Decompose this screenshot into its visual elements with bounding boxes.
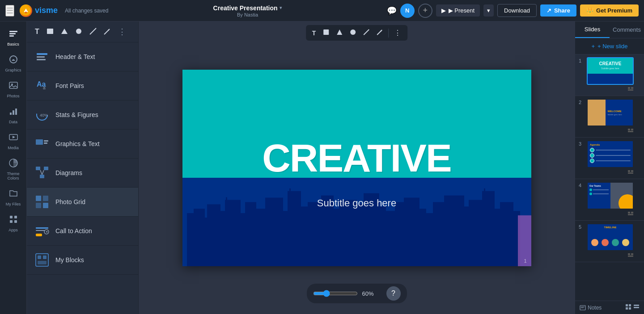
share-button[interactable]: ↗ Share xyxy=(540,4,576,17)
present-dropdown-button[interactable]: ▾ xyxy=(483,4,494,17)
slide-thumb-2[interactable]: 2 WELCOME Subtitle goes here xyxy=(575,96,644,138)
svg-marker-53 xyxy=(337,29,342,35)
slide-thumb-1[interactable]: 1 CREATIVE Subtitle goes here xyxy=(575,54,644,96)
slide-preview-2: WELCOME Subtitle goes here xyxy=(587,99,634,126)
call-to-action-label: Call to Action xyxy=(55,227,92,234)
slide-preview-5: TIMELINE xyxy=(587,223,634,251)
text-tool-button[interactable]: T xyxy=(32,26,42,38)
view-buttons xyxy=(625,304,640,311)
triangle-tool-button[interactable] xyxy=(58,26,71,38)
svg-rect-96 xyxy=(484,188,485,192)
slide-preview-3: Agenda xyxy=(587,140,634,168)
svg-rect-44 xyxy=(36,230,45,231)
more-tools-button[interactable]: ⋮ xyxy=(115,25,129,38)
canvas-circle-button[interactable] xyxy=(347,27,359,38)
slide-subtitle[interactable]: Subtitle goes here xyxy=(317,197,396,209)
panel-item-stats-figures[interactable]: 40% Stats & Figures xyxy=(27,100,138,130)
panel-item-graphics-text[interactable]: Graphics & Text xyxy=(27,130,138,159)
slide-action-3[interactable] xyxy=(587,169,634,176)
sidebar-item-basics[interactable]: Basics xyxy=(1,25,25,50)
sidebar-icons: Basics Graphics Photos Data Media xyxy=(0,21,27,314)
new-slide-label: + New slide xyxy=(597,43,628,50)
slide-canvas[interactable]: CREATIVE Subtitle goes here 1 xyxy=(182,70,531,266)
panel-item-diagrams[interactable]: Diagrams xyxy=(27,159,138,188)
zoom-bar: 60% ? xyxy=(307,284,407,303)
slide-thumb-3[interactable]: 3 Agenda xyxy=(575,138,644,179)
svg-rect-31 xyxy=(36,139,43,145)
canvas-text-button[interactable]: T xyxy=(309,28,319,38)
my-files-icon xyxy=(8,188,18,201)
panel-item-font-pairs[interactable]: Aa a Font Pairs xyxy=(27,71,138,100)
panel-item-call-to-action[interactable]: Call to Action xyxy=(27,217,138,246)
svg-rect-104 xyxy=(631,170,633,172)
panel-item-my-blocks[interactable]: My Blocks xyxy=(27,246,138,275)
get-premium-button[interactable]: 👑 Get Premium xyxy=(580,4,639,17)
slide-action-2[interactable] xyxy=(587,127,634,134)
canvas-tri-button[interactable] xyxy=(334,27,345,38)
presentation-title[interactable]: Creative Presentation ▾ xyxy=(213,4,282,12)
notes-button[interactable]: Notes xyxy=(580,305,602,311)
help-button[interactable]: ? xyxy=(386,286,401,301)
svg-line-55 xyxy=(364,29,369,35)
notes-label: Notes xyxy=(588,305,602,311)
tab-slides[interactable]: Slides xyxy=(575,21,610,38)
svg-rect-10 xyxy=(15,109,17,115)
svg-line-21 xyxy=(90,28,96,34)
svg-rect-41 xyxy=(36,203,41,208)
list-view-button[interactable] xyxy=(633,304,640,311)
sidebar-item-photos[interactable]: Photos xyxy=(1,77,25,102)
tab-comments[interactable]: Comments xyxy=(610,21,644,38)
slide-action-4[interactable] xyxy=(587,210,634,218)
menu-button[interactable]: ☰ xyxy=(5,5,14,17)
panel-item-photo-grid[interactable]: Photo Grid xyxy=(27,188,138,217)
slide-action-5[interactable] xyxy=(587,252,634,259)
svg-rect-109 xyxy=(628,253,630,255)
canvas-rect-button[interactable] xyxy=(320,27,332,38)
theme-colors-icon xyxy=(8,158,18,170)
avatar-button[interactable]: N xyxy=(400,4,415,18)
zoom-slider[interactable] xyxy=(313,290,358,297)
svg-rect-18 xyxy=(47,29,53,34)
svg-rect-26 xyxy=(37,59,46,60)
sidebar-item-graphics[interactable]: Graphics xyxy=(1,51,25,76)
slide-num-3: 3 xyxy=(579,140,584,147)
canvas-arrow-button[interactable] xyxy=(374,27,386,38)
slide-num-1: 1 xyxy=(579,57,584,63)
sidebar-item-media[interactable]: Media xyxy=(1,129,25,154)
sidebar-item-data[interactable]: Data xyxy=(1,103,25,128)
comment-button[interactable]: 💬 xyxy=(387,6,397,16)
my-blocks-label: My Blocks xyxy=(55,256,84,264)
sidebar-item-apps[interactable]: Apps xyxy=(1,211,25,236)
svg-rect-119 xyxy=(634,305,639,306)
new-slide-button[interactable]: + + New slide xyxy=(575,38,644,54)
svg-rect-99 xyxy=(628,89,633,91)
svg-rect-76 xyxy=(339,200,357,266)
panel-item-header-text[interactable]: Header & Text xyxy=(27,42,138,71)
apps-icon xyxy=(8,214,18,226)
present-button[interactable]: ▶ ▶ Present xyxy=(436,4,480,17)
sidebar-item-my-files[interactable]: My Files xyxy=(1,185,25,210)
slide-action-1[interactable] xyxy=(587,86,634,93)
svg-rect-86 xyxy=(444,195,464,266)
arrow-tool-button[interactable] xyxy=(101,26,114,38)
slide-num-4: 4 xyxy=(579,182,584,188)
slide-num-5: 5 xyxy=(579,223,584,230)
line-tool-button[interactable] xyxy=(87,26,99,38)
photo-grid-icon xyxy=(34,194,50,210)
circle-tool-button[interactable] xyxy=(72,26,85,38)
download-button[interactable]: Download xyxy=(497,4,537,17)
svg-rect-14 xyxy=(10,216,13,218)
grid-view-button[interactable] xyxy=(625,304,631,311)
canvas-line-button[interactable] xyxy=(360,27,372,38)
city-skyline xyxy=(182,178,531,266)
sidebar-item-theme-colors[interactable]: Theme Colors xyxy=(1,155,25,184)
slide-thumb-5[interactable]: 5 TIMELINE xyxy=(575,221,644,262)
add-collaborator-button[interactable]: + xyxy=(418,4,432,18)
slide-background: CREATIVE Subtitle goes here 1 xyxy=(182,70,531,266)
rect-tool-button[interactable] xyxy=(44,26,56,38)
slide-thumb-4[interactable]: 4 Our Teams xyxy=(575,179,644,221)
slide-title[interactable]: CREATIVE xyxy=(262,135,451,181)
content-panel: T ⋮ xyxy=(27,21,139,314)
canvas-more-button[interactable]: ⋮ xyxy=(391,27,404,39)
svg-rect-49 xyxy=(38,255,41,259)
